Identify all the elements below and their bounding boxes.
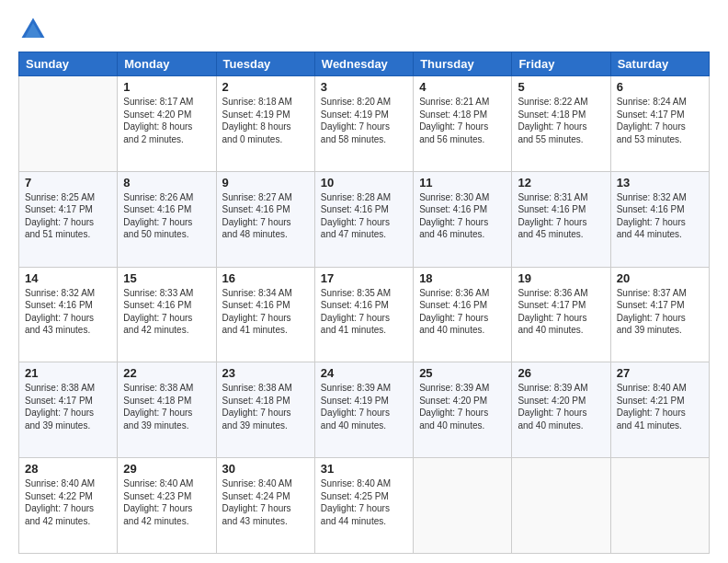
day-info: Sunrise: 8:27 AM Sunset: 4:16 PM Dayligh…: [222, 191, 309, 241]
calendar-cell: 7Sunrise: 8:25 AM Sunset: 4:17 PM Daylig…: [19, 171, 118, 267]
calendar-cell: 11Sunrise: 8:30 AM Sunset: 4:16 PM Dayli…: [414, 171, 512, 267]
day-number: 8: [123, 176, 210, 190]
calendar-cell: 5Sunrise: 8:22 AM Sunset: 4:18 PM Daylig…: [512, 76, 610, 172]
day-info: Sunrise: 8:34 AM Sunset: 4:16 PM Dayligh…: [222, 287, 309, 337]
calendar-cell: 6Sunrise: 8:24 AM Sunset: 4:17 PM Daylig…: [610, 76, 709, 172]
day-info: Sunrise: 8:38 AM Sunset: 4:18 PM Dayligh…: [123, 382, 210, 431]
day-number: 1: [123, 80, 210, 94]
day-info: Sunrise: 8:38 AM Sunset: 4:17 PM Dayligh…: [25, 382, 111, 431]
day-info: Sunrise: 8:39 AM Sunset: 4:19 PM Dayligh…: [321, 382, 407, 431]
calendar-cell: [19, 76, 118, 172]
day-number: 7: [25, 176, 111, 190]
calendar-cell: 8Sunrise: 8:26 AM Sunset: 4:16 PM Daylig…: [118, 171, 216, 267]
day-info: Sunrise: 8:28 AM Sunset: 4:16 PM Dayligh…: [321, 191, 407, 241]
day-number: 23: [222, 366, 309, 380]
day-number: 9: [222, 176, 309, 190]
weekday-header-friday: Friday: [512, 52, 610, 76]
day-number: 31: [321, 462, 407, 476]
calendar-cell: 3Sunrise: 8:20 AM Sunset: 4:19 PM Daylig…: [314, 76, 413, 172]
day-info: Sunrise: 8:32 AM Sunset: 4:16 PM Dayligh…: [617, 191, 703, 241]
day-info: Sunrise: 8:40 AM Sunset: 4:23 PM Dayligh…: [123, 477, 210, 527]
day-number: 12: [518, 176, 604, 190]
day-number: 18: [419, 271, 506, 285]
day-number: 28: [25, 462, 111, 476]
calendar-cell: 13Sunrise: 8:32 AM Sunset: 4:16 PM Dayli…: [610, 171, 709, 267]
calendar-cell: 23Sunrise: 8:38 AM Sunset: 4:18 PM Dayli…: [216, 362, 314, 458]
calendar-cell: 27Sunrise: 8:40 AM Sunset: 4:21 PM Dayli…: [610, 362, 709, 458]
day-info: Sunrise: 8:32 AM Sunset: 4:16 PM Dayligh…: [25, 287, 111, 337]
calendar-cell: 2Sunrise: 8:18 AM Sunset: 4:19 PM Daylig…: [216, 76, 314, 172]
calendar-cell: 14Sunrise: 8:32 AM Sunset: 4:16 PM Dayli…: [19, 267, 118, 362]
day-info: Sunrise: 8:31 AM Sunset: 4:16 PM Dayligh…: [518, 191, 604, 241]
day-number: 5: [518, 80, 604, 94]
day-info: Sunrise: 8:17 AM Sunset: 4:20 PM Dayligh…: [123, 96, 210, 145]
calendar-table: SundayMondayTuesdayWednesdayThursdayFrid…: [18, 52, 710, 554]
day-number: 2: [222, 80, 309, 94]
day-number: 6: [617, 80, 703, 94]
day-info: Sunrise: 8:18 AM Sunset: 4:19 PM Dayligh…: [222, 96, 309, 145]
day-info: Sunrise: 8:38 AM Sunset: 4:18 PM Dayligh…: [222, 382, 309, 431]
day-number: 25: [419, 366, 506, 380]
day-info: Sunrise: 8:35 AM Sunset: 4:16 PM Dayligh…: [321, 287, 407, 337]
day-number: 24: [321, 366, 407, 380]
logo-icon: [18, 15, 48, 44]
calendar-header-row: SundayMondayTuesdayWednesdayThursdayFrid…: [19, 52, 710, 76]
day-info: Sunrise: 8:26 AM Sunset: 4:16 PM Dayligh…: [123, 191, 210, 241]
page: SundayMondayTuesdayWednesdayThursdayFrid…: [0, 0, 728, 563]
day-number: 21: [25, 366, 111, 380]
calendar-cell: 22Sunrise: 8:38 AM Sunset: 4:18 PM Dayli…: [118, 362, 216, 458]
day-info: Sunrise: 8:25 AM Sunset: 4:17 PM Dayligh…: [25, 191, 111, 241]
calendar-week-row: 14Sunrise: 8:32 AM Sunset: 4:16 PM Dayli…: [19, 267, 710, 362]
day-number: 4: [419, 80, 506, 94]
calendar-cell: 10Sunrise: 8:28 AM Sunset: 4:16 PM Dayli…: [314, 171, 413, 267]
day-number: 16: [222, 271, 309, 285]
calendar-cell: 4Sunrise: 8:21 AM Sunset: 4:18 PM Daylig…: [414, 76, 512, 172]
day-info: Sunrise: 8:40 AM Sunset: 4:25 PM Dayligh…: [321, 477, 407, 527]
calendar-cell: 25Sunrise: 8:39 AM Sunset: 4:20 PM Dayli…: [414, 362, 512, 458]
day-number: 27: [617, 366, 703, 380]
calendar-cell: 30Sunrise: 8:40 AM Sunset: 4:24 PM Dayli…: [216, 458, 314, 554]
calendar-cell: 19Sunrise: 8:36 AM Sunset: 4:17 PM Dayli…: [512, 267, 610, 362]
calendar-cell: 17Sunrise: 8:35 AM Sunset: 4:16 PM Dayli…: [314, 267, 413, 362]
day-number: 11: [419, 176, 506, 190]
day-number: 29: [123, 462, 210, 476]
day-info: Sunrise: 8:30 AM Sunset: 4:16 PM Dayligh…: [419, 191, 506, 241]
calendar-cell: 15Sunrise: 8:33 AM Sunset: 4:16 PM Dayli…: [118, 267, 216, 362]
calendar-week-row: 28Sunrise: 8:40 AM Sunset: 4:22 PM Dayli…: [19, 458, 710, 554]
day-number: 10: [321, 176, 407, 190]
weekday-header-monday: Monday: [118, 52, 216, 76]
day-info: Sunrise: 8:37 AM Sunset: 4:17 PM Dayligh…: [617, 287, 703, 337]
calendar-cell: 21Sunrise: 8:38 AM Sunset: 4:17 PM Dayli…: [19, 362, 118, 458]
day-number: 30: [222, 462, 309, 476]
header: [18, 15, 710, 44]
calendar-cell: 16Sunrise: 8:34 AM Sunset: 4:16 PM Dayli…: [216, 267, 314, 362]
calendar-cell: [512, 458, 610, 554]
day-number: 20: [617, 271, 703, 285]
calendar-cell: [610, 458, 709, 554]
day-number: 19: [518, 271, 604, 285]
day-number: 15: [123, 271, 210, 285]
day-number: 3: [321, 80, 407, 94]
day-info: Sunrise: 8:36 AM Sunset: 4:16 PM Dayligh…: [419, 287, 506, 337]
weekday-header-thursday: Thursday: [414, 52, 512, 76]
day-info: Sunrise: 8:40 AM Sunset: 4:24 PM Dayligh…: [222, 477, 309, 527]
day-number: 22: [123, 366, 210, 380]
logo: [18, 15, 51, 44]
day-number: 26: [518, 366, 604, 380]
calendar-cell: 31Sunrise: 8:40 AM Sunset: 4:25 PM Dayli…: [314, 458, 413, 554]
weekday-header-wednesday: Wednesday: [314, 52, 413, 76]
day-info: Sunrise: 8:40 AM Sunset: 4:21 PM Dayligh…: [617, 382, 703, 431]
calendar-cell: 26Sunrise: 8:39 AM Sunset: 4:20 PM Dayli…: [512, 362, 610, 458]
day-info: Sunrise: 8:40 AM Sunset: 4:22 PM Dayligh…: [25, 477, 111, 527]
day-info: Sunrise: 8:20 AM Sunset: 4:19 PM Dayligh…: [321, 96, 407, 145]
day-info: Sunrise: 8:33 AM Sunset: 4:16 PM Dayligh…: [123, 287, 210, 337]
day-number: 13: [617, 176, 703, 190]
day-info: Sunrise: 8:39 AM Sunset: 4:20 PM Dayligh…: [419, 382, 506, 431]
calendar-cell: 12Sunrise: 8:31 AM Sunset: 4:16 PM Dayli…: [512, 171, 610, 267]
calendar-cell: [414, 458, 512, 554]
calendar-week-row: 1Sunrise: 8:17 AM Sunset: 4:20 PM Daylig…: [19, 76, 710, 172]
calendar-cell: 9Sunrise: 8:27 AM Sunset: 4:16 PM Daylig…: [216, 171, 314, 267]
calendar-week-row: 21Sunrise: 8:38 AM Sunset: 4:17 PM Dayli…: [19, 362, 710, 458]
weekday-header-tuesday: Tuesday: [216, 52, 314, 76]
calendar-cell: 18Sunrise: 8:36 AM Sunset: 4:16 PM Dayli…: [414, 267, 512, 362]
